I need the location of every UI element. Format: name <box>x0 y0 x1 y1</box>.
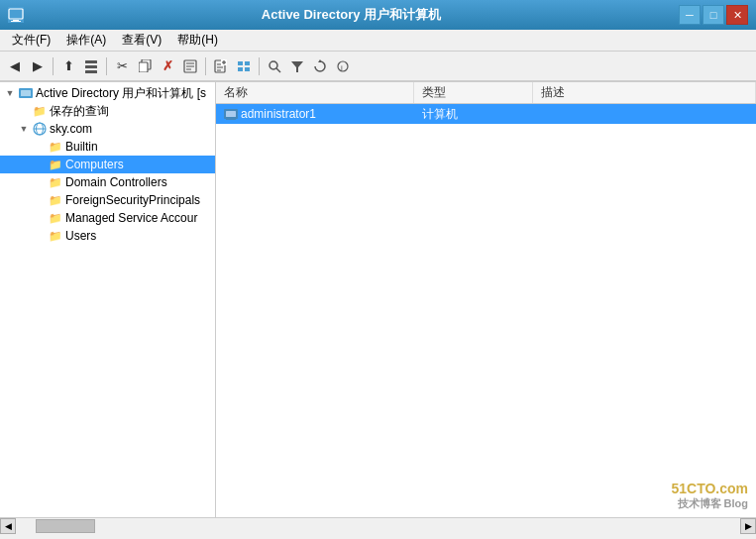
tree-label-managed: Managed Service Accour <box>65 211 197 225</box>
up-button[interactable]: ⬆ <box>57 55 79 77</box>
domainctrl-folder-icon: 📁 <box>48 174 63 190</box>
properties-button[interactable] <box>179 55 201 77</box>
svg-marker-25 <box>291 61 303 72</box>
managed-folder-icon: 📁 <box>48 210 63 226</box>
tree-item-builtin[interactable]: 📁 Builtin <box>0 138 215 156</box>
svg-rect-22 <box>245 67 250 71</box>
tree-item-saved[interactable]: 📁 保存的查询 <box>0 102 215 120</box>
expand-root[interactable]: ▼ <box>2 88 18 98</box>
svg-point-23 <box>270 61 277 69</box>
forward-button[interactable]: ▶ <box>27 55 49 77</box>
menu-action[interactable]: 操作(A) <box>58 30 114 51</box>
svg-rect-19 <box>238 61 243 65</box>
tree-label-saved: 保存的查询 <box>50 103 109 120</box>
new-button[interactable] <box>210 55 232 77</box>
svg-rect-7 <box>139 62 148 72</box>
list-button[interactable] <box>233 55 255 77</box>
table-body: administrator1 计算机 <box>216 104 756 517</box>
builtin-folder-icon: 📁 <box>48 139 63 155</box>
svg-line-24 <box>276 68 280 72</box>
col-header-name[interactable]: 名称 <box>216 82 414 103</box>
tree-label-builtin: Builtin <box>65 140 98 154</box>
col-header-type[interactable]: 类型 <box>414 82 533 103</box>
toolbar-sep-3 <box>205 57 206 75</box>
svg-rect-21 <box>245 61 250 65</box>
svg-rect-3 <box>85 60 97 63</box>
svg-point-27 <box>338 61 348 71</box>
toolbar: ◀ ▶ ⬆ ✂ ✗ i <box>0 52 756 81</box>
cell-desc-0 <box>533 113 756 115</box>
minimize-button[interactable]: ─ <box>679 5 701 25</box>
tree-item-managed[interactable]: 📁 Managed Service Accour <box>0 209 215 227</box>
tree-panel[interactable]: ▼ Active Directory 用户和计算机 [s 📁 保存的查询 ▼ s… <box>0 82 216 517</box>
scroll-thumb[interactable] <box>36 519 95 533</box>
svg-rect-4 <box>85 65 97 68</box>
refresh-button[interactable] <box>309 55 331 77</box>
toolbar-sep-2 <box>106 57 107 75</box>
menu-help[interactable]: 帮助(H) <box>169 30 226 51</box>
skycom-icon <box>32 121 48 137</box>
maximize-button[interactable]: □ <box>702 5 724 25</box>
close-button[interactable]: ✕ <box>726 5 748 25</box>
cell-name-0: administrator1 <box>216 106 414 122</box>
delete-button[interactable]: ✗ <box>157 55 178 77</box>
cut-button[interactable]: ✂ <box>111 55 133 77</box>
filter-button[interactable] <box>286 55 308 77</box>
scroll-left-arrow[interactable]: ◀ <box>0 518 16 534</box>
svg-rect-20 <box>238 67 243 71</box>
tree-item-skycom[interactable]: ▼ sky.com <box>0 120 215 138</box>
tree-item-computers[interactable]: 📁 Computers <box>0 156 215 173</box>
tree-label-computers: Computers <box>65 158 124 171</box>
scroll-track[interactable] <box>16 518 740 534</box>
copy-button[interactable] <box>134 55 156 77</box>
extra-button[interactable]: i <box>332 55 354 77</box>
status-bar <box>0 533 756 539</box>
menu-bar: 文件(F) 操作(A) 查看(V) 帮助(H) <box>0 30 756 52</box>
tree-item-users[interactable]: 📁 Users <box>0 227 215 245</box>
toolbar-sep-4 <box>259 57 260 75</box>
main-area: ▼ Active Directory 用户和计算机 [s 📁 保存的查询 ▼ s… <box>0 81 756 517</box>
svg-text:i: i <box>341 63 343 72</box>
table-header: 名称 类型 描述 <box>216 82 756 104</box>
back-button[interactable]: ◀ <box>4 55 26 77</box>
tree-item-foreignsec[interactable]: 📁 ForeignSecurityPrincipals <box>0 191 215 209</box>
foreignsec-folder-icon: 📁 <box>48 192 63 208</box>
tree-label-domainctrl: Domain Controllers <box>65 175 167 189</box>
menu-view[interactable]: 查看(V) <box>114 30 169 51</box>
show-tree-button[interactable] <box>80 55 102 77</box>
svg-rect-30 <box>21 90 31 96</box>
col-header-desc[interactable]: 描述 <box>533 82 756 103</box>
window-controls: ─ □ ✕ <box>679 5 748 25</box>
find-button[interactable] <box>264 55 285 77</box>
tree-scrollbar[interactable]: ◀ ▶ <box>0 517 756 533</box>
cell-type-0: 计算机 <box>414 105 533 124</box>
tree-label-foreignsec: ForeignSecurityPrincipals <box>65 193 200 207</box>
right-panel: 名称 类型 描述 administrator1 计算机 <box>216 82 756 517</box>
tree-item-root[interactable]: ▼ Active Directory 用户和计算机 [s <box>0 84 215 102</box>
users-folder-icon: 📁 <box>48 228 63 244</box>
app-icon <box>8 7 24 23</box>
saved-folder-icon: 📁 <box>32 103 48 119</box>
tree-item-domainctrl[interactable]: 📁 Domain Controllers <box>0 173 215 191</box>
expand-skycom[interactable]: ▼ <box>16 124 32 134</box>
toolbar-sep-1 <box>53 57 54 75</box>
window-title: Active Directory 用户和计算机 <box>24 6 679 24</box>
computers-folder-icon: 📁 <box>48 157 63 172</box>
scroll-right-arrow[interactable]: ▶ <box>740 518 756 534</box>
tree-label-root: Active Directory 用户和计算机 [s <box>36 85 206 102</box>
svg-rect-37 <box>226 119 236 120</box>
svg-rect-5 <box>85 70 97 73</box>
root-icon <box>18 85 34 101</box>
svg-rect-35 <box>226 111 236 117</box>
menu-file[interactable]: 文件(F) <box>4 30 58 51</box>
svg-rect-2 <box>11 21 21 22</box>
table-row[interactable]: administrator1 计算机 <box>216 104 756 124</box>
title-bar: Active Directory 用户和计算机 ─ □ ✕ <box>0 0 756 30</box>
tree-label-skycom: sky.com <box>50 122 92 136</box>
tree-label-users: Users <box>65 229 96 243</box>
svg-rect-0 <box>9 9 23 19</box>
